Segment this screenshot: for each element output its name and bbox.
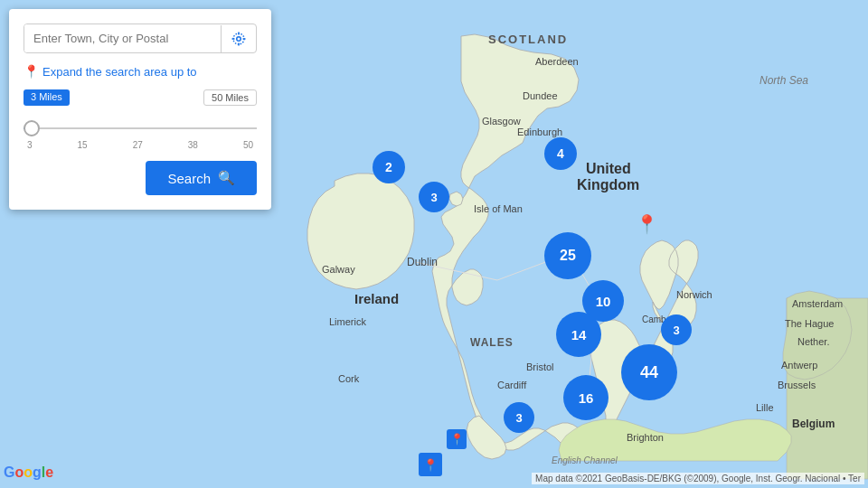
svg-point-6 — [237, 36, 241, 41]
range-slider[interactable] — [24, 127, 257, 129]
expand-label: Expand the search area up to — [42, 65, 197, 79]
expand-search-row[interactable]: 📍 Expand the search area up to — [24, 64, 257, 79]
search-button-container: Search 🔍 — [24, 161, 257, 195]
cluster-3b[interactable]: 3 — [661, 314, 692, 345]
tick-38: 38 — [188, 140, 198, 150]
google-logo: Google — [4, 465, 53, 481]
range-ticks: 3 15 27 38 50 — [24, 140, 257, 150]
locate-me-button[interactable] — [221, 25, 256, 52]
tick-50: 50 — [243, 140, 253, 150]
cluster-44[interactable]: 44 — [621, 344, 677, 400]
range-labels: 3 Miles 50 Miles — [24, 89, 257, 106]
tick-27: 27 — [133, 140, 143, 150]
search-button-icon: 🔍 — [218, 170, 235, 186]
cluster-2[interactable]: 2 — [373, 151, 405, 183]
tick-15: 15 — [78, 140, 88, 150]
cluster-4[interactable]: 4 — [544, 137, 577, 170]
map-attribution: Map data ©2021 GeoBasis-DE/BKG (©2009), … — [532, 473, 864, 484]
map-pin-bottom2[interactable]: 📍 — [419, 453, 442, 476]
cluster-3c[interactable]: 3 — [504, 402, 534, 433]
cluster-25[interactable]: 25 — [544, 232, 591, 279]
range-max-label: 50 Miles — [203, 89, 257, 106]
cluster-16[interactable]: 16 — [563, 375, 609, 420]
map-marker-bottom[interactable]: 📍 — [447, 429, 467, 449]
search-panel: 📍 Expand the search area up to 3 Miles 5… — [9, 9, 271, 210]
pin-icon: 📍 — [24, 64, 39, 79]
search-input-row — [24, 23, 257, 53]
cluster-14[interactable]: 14 — [556, 312, 601, 357]
svg-point-7 — [233, 33, 244, 44]
map-pin-1[interactable]: 📍 — [636, 213, 658, 235]
location-input[interactable] — [24, 24, 221, 52]
cluster-3a[interactable]: 3 — [419, 182, 449, 212]
tick-3: 3 — [27, 140, 33, 150]
search-button[interactable]: Search 🔍 — [146, 161, 257, 195]
range-min-label: 3 Miles — [24, 89, 70, 106]
search-button-label: Search — [167, 171, 211, 186]
range-slider-container — [24, 109, 257, 136]
